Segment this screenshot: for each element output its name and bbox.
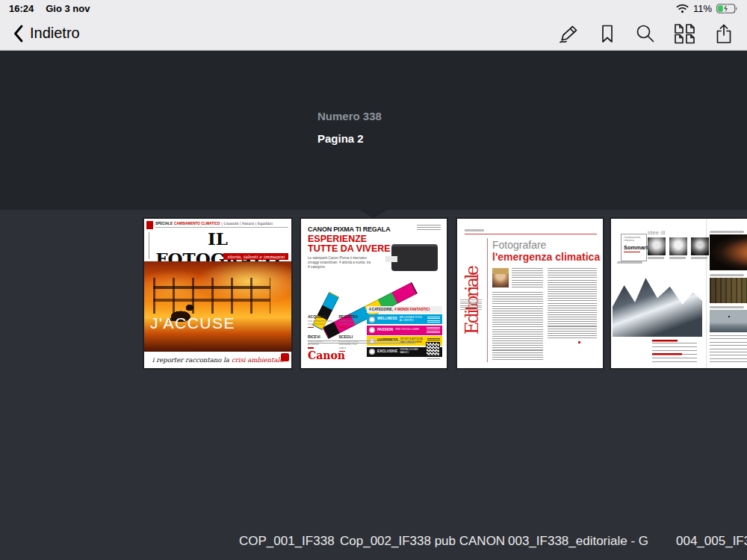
toc-photo-forest (710, 274, 747, 303)
page-number-label: Pagina 2 (317, 132, 364, 145)
cover-subhead-black: i reporter raccontano la (152, 356, 229, 364)
photo-caption-placeholder (710, 231, 744, 233)
qr-code (426, 342, 440, 356)
step-title: ACQUISTA (308, 314, 334, 319)
page-info-panel (0, 51, 747, 210)
step-title: REGISTRA (339, 314, 365, 319)
canon-kicker: CANON PIXMA TI REGALA (308, 225, 390, 233)
cover-tagline: storie, talenti e immagini (223, 253, 288, 260)
status-bar: 16:24 Gio 3 nov 11% (0, 0, 747, 16)
annotate-pen-icon (557, 23, 580, 44)
step-title: RICEVI (308, 335, 334, 339)
share-button[interactable] (714, 23, 734, 44)
thumbnails-grid-button[interactable] (674, 23, 695, 44)
canon-steps: ACQUISTA una stampante Pixma in promozio… (308, 314, 365, 352)
mountain-photo (613, 265, 702, 337)
cover-subhead: i reporter raccontano la crisi ambiental… (144, 353, 291, 366)
tier-name: WELLNESS (377, 317, 397, 321)
legal-text-placeholder (308, 340, 415, 344)
qr-caption-placeholder (427, 358, 440, 362)
chevron-left-icon (13, 25, 23, 43)
contributor-portrait (669, 237, 687, 259)
wellness-icon (369, 317, 375, 323)
cover-speciale: SPECIALE (155, 222, 173, 225)
bookmark-icon (598, 23, 616, 44)
status-right: 11% (676, 3, 738, 14)
editorial-title-gray: Fotografare (492, 239, 546, 251)
step-desc: il prodotto acquistato su www.canon.it (339, 320, 365, 326)
step-title: SCEGLI (339, 335, 365, 339)
photo-image (710, 310, 747, 332)
thumbnail-summary-spread[interactable]: Cambiamento climatico Sommario idee di (611, 219, 747, 368)
canon-headline: ESPERIENZE TUTTE DA VIVERE (308, 234, 391, 254)
status-time: 16:24 (9, 3, 34, 14)
annotate-button[interactable] (557, 23, 580, 44)
tier-desc: PER I FOOD LOVER (395, 329, 422, 332)
passion-icon (369, 327, 375, 333)
cover-fire-photo: J'ACCUSE (144, 261, 291, 352)
toolbar-actions (557, 23, 734, 44)
battery-percent: 11% (693, 3, 712, 14)
contributor-portrait (648, 237, 666, 259)
toc-list-placeholder (710, 335, 747, 364)
step-acquista: ACQUISTA una stampante Pixma in promozio… (308, 314, 334, 328)
issue-label: Numero 338 (317, 110, 382, 122)
sommario-box: Cambiamento climatico Sommario (621, 234, 647, 261)
filmstrip-label-cover[interactable]: COP_001_IF338 (239, 534, 335, 549)
toc-photo-birds (710, 306, 747, 332)
sommario-rule (624, 252, 640, 252)
photo-caption-placeholder (710, 274, 744, 276)
body-text-placeholder (548, 268, 597, 340)
categories-header-red: 4 MONDI FANTASTICI (394, 308, 430, 311)
tier-desc: VISITA LUOGHI MAGICI (400, 349, 425, 355)
wifi-icon (676, 4, 689, 13)
sommario-kicker: Cambiamento climatico (624, 236, 644, 243)
thumbnail-cover-page[interactable]: SPECIALE CAMBIAMENTO CLIMATICO | Umanità… (144, 219, 291, 368)
tier-details-placeholder (427, 327, 440, 333)
margin-caption-placeholder (460, 299, 482, 311)
step-registra: REGISTRA il prodotto acquistato su www.c… (339, 314, 365, 328)
step-rule (308, 327, 314, 329)
canon-logo: Canon (308, 349, 345, 361)
photo-caption-placeholder (617, 261, 642, 264)
cover-tags: | Umanità | Natura | Equilibri (221, 222, 273, 225)
search-button[interactable] (635, 23, 655, 44)
tier-details-placeholder (427, 317, 440, 323)
thumbnail-canon-ad-page[interactable]: CANON PIXMA TI REGALA ESPERIENZE TUTTE D… (301, 219, 447, 368)
ipad-screen: 16:24 Gio 3 nov 11% Indietro (0, 0, 747, 560)
photo-caption-placeholder (710, 306, 744, 308)
info-panel-arrow (359, 210, 388, 218)
running-head-placeholder (465, 229, 484, 231)
printer-image (391, 244, 438, 271)
categories-header-black: 4 CATEGORIE, (369, 308, 393, 311)
cover-subhead-red: crisi ambientale (232, 356, 283, 364)
bookmark-button[interactable] (598, 23, 616, 44)
categories-header: 4 CATEGORIE, 4 MONDI FANTASTICI (367, 306, 442, 313)
tier-name: EXCLUSIVE (377, 350, 397, 354)
editorial-red-rule (487, 238, 488, 362)
tier-desc: BELLEZZA E STILE AL CENTRO (400, 317, 425, 323)
status-left: 16:24 Gio 3 nov (9, 3, 90, 14)
filmstrip-label-editorial[interactable]: 003_IF338_editoriale - G (508, 534, 648, 549)
back-button[interactable]: Indietro (13, 25, 80, 43)
editor-portrait (492, 268, 509, 287)
tier-passion: PASSION PER I FOOD LOVER (367, 326, 442, 335)
search-icon (635, 23, 655, 44)
photo-image (710, 278, 747, 303)
cover-headline: J'ACCUSE (150, 314, 235, 332)
toc-photo-cave (710, 231, 747, 270)
step-rule (308, 347, 314, 349)
cover-top-strip: SPECIALE CAMBIAMENTO CLIMATICO | Umanità… (155, 222, 288, 228)
filmstrip-label-canon[interactable]: Cop_002_IF338 pub CANON (340, 534, 505, 549)
body-text-placeholder (492, 292, 543, 361)
tier-name: PASSION (377, 329, 393, 332)
editorial-top-rule (465, 234, 597, 234)
publisher-logo (281, 353, 289, 361)
photo-image (710, 234, 747, 270)
thumbnail-editorial-page[interactable]: Editoriale Fotografare l'emergenza clima… (457, 219, 603, 368)
step-rule (339, 327, 345, 329)
filmstrip-label-summary[interactable]: 004_005_IF338 (676, 534, 747, 549)
pages-grid-icon (674, 23, 695, 44)
canon-headline-line2: TUTTE DA VIVERE (308, 244, 391, 254)
share-icon (714, 23, 734, 44)
